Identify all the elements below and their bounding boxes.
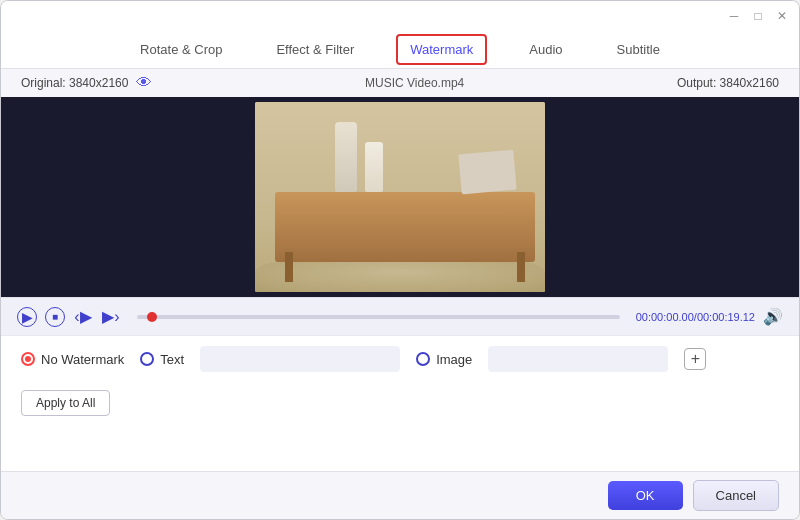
minimize-button[interactable]: ─ [727,9,741,23]
cancel-button[interactable]: Cancel [693,480,779,511]
image-watermark-radio[interactable] [416,352,430,366]
progress-indicator [147,312,157,322]
ok-button[interactable]: OK [608,481,683,510]
no-watermark-radio[interactable] [21,352,35,366]
stop-button[interactable]: ■ [45,307,65,327]
tab-effect[interactable]: Effect & Filter [264,36,366,63]
output-resolution: Output: 3840x2160 [677,76,779,90]
apply-to-all-button[interactable]: Apply to All [21,390,110,416]
text-watermark-radio[interactable] [140,352,154,366]
close-button[interactable]: ✕ [775,9,789,23]
image-watermark-input[interactable] [488,346,668,372]
progress-bar[interactable] [137,315,620,319]
tab-bar: Rotate & Crop Effect & Filter Watermark … [1,31,799,69]
filename: MUSIC Video.mp4 [365,76,464,90]
table-leg-right [517,252,525,282]
time-display: 00:00:00.00/00:00:19.12 [636,311,755,323]
original-resolution: Original: 3840x2160 [21,76,128,90]
book-decoration [458,150,516,195]
vase-tall [335,122,357,192]
text-watermark-option[interactable]: Text [140,352,184,367]
add-image-button[interactable]: + [684,348,706,370]
footer: OK Cancel [1,471,799,519]
text-watermark-label: Text [160,352,184,367]
play-button[interactable]: ▶ [17,307,37,327]
tab-subtitle[interactable]: Subtitle [605,36,672,63]
video-preview-area [1,97,799,297]
main-window: ─ □ ✕ Rotate & Crop Effect & Filter Wate… [0,0,800,520]
apply-to-all-area: Apply to All [1,382,799,416]
eye-icon[interactable]: 👁 [136,74,152,92]
text-watermark-input[interactable] [200,346,400,372]
prev-frame-button[interactable]: ‹▶ [73,307,93,327]
info-bar: Original: 3840x2160 👁 MUSIC Video.mp4 Ou… [1,69,799,97]
tab-watermark[interactable]: Watermark [396,34,487,65]
tab-rotate[interactable]: Rotate & Crop [128,36,234,63]
maximize-button[interactable]: □ [751,9,765,23]
volume-icon[interactable]: 🔊 [763,307,783,326]
content-spacer [1,416,799,471]
watermark-options: No Watermark Text Image + [1,335,799,382]
playback-controls: ▶ ■ ‹▶ ▶› 00:00:00.00/00:00:19.12 🔊 [1,297,799,335]
table-leg-left [285,252,293,282]
video-thumbnail [255,102,545,292]
title-bar: ─ □ ✕ [1,1,799,31]
image-watermark-option[interactable]: Image [416,352,472,367]
tab-audio[interactable]: Audio [517,36,574,63]
table-shape [275,192,535,262]
no-watermark-label: No Watermark [41,352,124,367]
image-watermark-label: Image [436,352,472,367]
no-watermark-option[interactable]: No Watermark [21,352,124,367]
next-frame-button[interactable]: ▶› [101,307,121,327]
vase-short [365,142,383,192]
